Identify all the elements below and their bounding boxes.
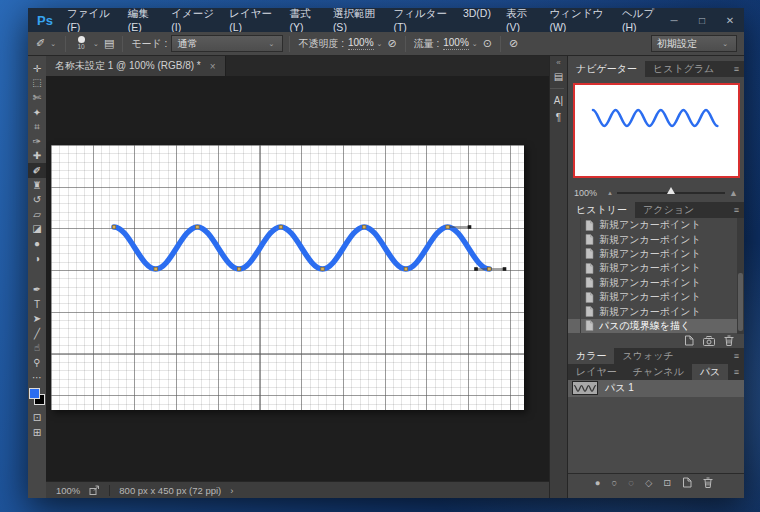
quick-mask-mode-button[interactable]: ⊡ [28, 410, 46, 425]
crop-tool[interactable]: ⌗ [28, 119, 46, 134]
expand-panels-icon[interactable]: « [556, 58, 560, 68]
menu-item[interactable]: イメージ(I) [171, 7, 214, 33]
minimize-button[interactable]: ─ [660, 8, 688, 32]
zoom-out-icon[interactable]: ▲ [607, 190, 613, 196]
dodge-tool[interactable]: ◑ [28, 251, 46, 266]
lasso-tool[interactable]: ✄ [28, 90, 46, 105]
line-tool[interactable]: ╱ [28, 326, 46, 341]
history-entry[interactable]: 新規アンカーポイント [568, 232, 744, 246]
new-path-icon[interactable] [682, 477, 692, 488]
history-source-cell[interactable] [568, 261, 581, 275]
new-snapshot-camera-icon[interactable] [703, 336, 715, 346]
menu-item[interactable]: 編集(E) [128, 7, 156, 33]
document-tab[interactable]: 名称未設定 1 @ 100% (RGB/8) * × [46, 56, 226, 76]
path-selection-tool[interactable]: ➤ [28, 312, 46, 327]
opacity-pressure-icon[interactable]: ⊘ [387, 37, 396, 50]
history-entry[interactable]: 新規アンカーポイント [568, 261, 744, 275]
mode-dropdown[interactable]: 通常 ⌄ [171, 35, 283, 52]
history-brush-tool[interactable]: ↺ [28, 192, 46, 207]
menu-item[interactable]: 表示(V) [506, 7, 534, 33]
stroke-path-icon[interactable]: ○ [612, 477, 618, 488]
panel-menu-icon[interactable]: ≡ [734, 205, 739, 215]
workspace-preset-dropdown[interactable]: 初期設定 ⌄ [651, 35, 737, 52]
pen-tool[interactable]: ✒ [28, 282, 46, 297]
history-entry[interactable]: 新規アンカーポイント [568, 304, 744, 318]
history-source-cell[interactable] [568, 290, 581, 304]
pen-path-wave[interactable] [51, 145, 524, 410]
history-entry[interactable]: 新規アンカーポイント [568, 276, 744, 290]
status-chevron-icon[interactable]: › [230, 485, 233, 496]
load-selection-icon[interactable]: ◌ [628, 477, 634, 488]
history-entry[interactable]: 新規アンカーポイント [568, 218, 744, 232]
healing-brush-tool[interactable]: ✚ [28, 149, 46, 164]
scrollbar-thumb[interactable] [738, 273, 743, 331]
add-mask-icon[interactable]: ⊡ [663, 477, 671, 488]
export-icon[interactable] [89, 485, 100, 496]
zoom-tool[interactable]: ⚲ [28, 355, 46, 370]
delete-trash-icon[interactable] [703, 477, 713, 488]
path-thumbnail[interactable] [572, 381, 598, 395]
maximize-button[interactable]: □ [688, 8, 716, 32]
fill-path-icon[interactable]: ● [595, 477, 601, 488]
character-panel-icon[interactable]: A| [550, 92, 568, 109]
make-work-path-icon[interactable]: ◇ [645, 477, 652, 488]
panel-menu-icon[interactable]: ≡ [734, 64, 739, 74]
delete-trash-icon[interactable] [724, 335, 734, 346]
brush-tool[interactable]: ✐ [28, 163, 46, 178]
panel-tab[interactable]: パス [692, 364, 728, 380]
tool-preset-icon[interactable]: ✐ [36, 37, 45, 50]
history-source-cell[interactable] [568, 232, 581, 246]
smoothing-pressure-icon[interactable]: ⊘ [509, 37, 518, 50]
canvas-area[interactable] [46, 76, 549, 481]
blur-tool[interactable]: ● [28, 236, 46, 251]
flow-value[interactable]: 100% [443, 37, 469, 50]
panel-tab[interactable]: アクション [635, 202, 702, 218]
history-entry[interactable]: パスの境界線を描く [568, 319, 744, 333]
tool-preset-caret-icon[interactable]: ⌄ [50, 40, 56, 48]
panel-menu-icon[interactable]: ≡ [734, 351, 739, 361]
brush-preset-picker[interactable]: 10 [72, 36, 90, 51]
panel-tab[interactable]: レイヤー [568, 364, 625, 380]
status-zoom-value[interactable]: 100% [56, 485, 80, 496]
new-document-from-state-icon[interactable] [684, 335, 694, 346]
opacity-caret-icon[interactable]: ⌄ [377, 40, 383, 48]
panel-tab[interactable]: カラー [568, 348, 614, 364]
history-source-cell[interactable] [568, 218, 581, 232]
history-source-cell[interactable] [568, 276, 581, 290]
menu-item[interactable]: ウィンドウ(W) [549, 7, 607, 33]
menu-item[interactable]: 3D(D) [463, 7, 491, 33]
clone-stamp-tool[interactable]: ♜ [28, 178, 46, 193]
libraries-panel-icon[interactable]: ▤ [550, 68, 568, 85]
canvas[interactable] [51, 145, 524, 410]
paragraph-panel-icon[interactable]: ¶ [550, 109, 568, 126]
more-tools[interactable]: ⋯ [28, 370, 46, 385]
panel-tab[interactable]: ヒストリー [568, 202, 635, 218]
brush-preset-caret-icon[interactable]: ⌄ [93, 40, 99, 48]
panel-tab[interactable]: ナビゲーター [568, 61, 645, 77]
marquee-tool[interactable]: ⬚ [28, 76, 46, 91]
eraser-tool[interactable]: ▱ [28, 207, 46, 222]
type-tool[interactable]: T [28, 297, 46, 312]
zoom-slider-thumb[interactable] [667, 187, 675, 194]
airbrush-icon[interactable]: ⊙ [483, 37, 492, 50]
eyedropper-tool[interactable]: ✑ [28, 134, 46, 149]
gradient-tool[interactable]: ◪ [28, 222, 46, 237]
panel-menu-icon[interactable]: ≡ [734, 367, 739, 377]
history-source-cell[interactable] [568, 319, 581, 333]
menu-item[interactable]: ファイル(F) [67, 7, 113, 33]
navigator-zoom-value[interactable]: 100% [574, 188, 597, 198]
panel-tab[interactable]: スウォッチ [614, 348, 681, 364]
flow-caret-icon[interactable]: ⌄ [472, 40, 478, 48]
zoom-in-icon[interactable]: ▲ [729, 188, 738, 198]
history-scrollbar[interactable] [737, 218, 744, 334]
navigator-thumbnail[interactable] [573, 83, 740, 178]
panel-tab[interactable]: チャンネル [625, 364, 692, 380]
brush-panel-toggle-icon[interactable]: ▤ [104, 37, 114, 50]
close-button[interactable]: ✕ [716, 8, 744, 32]
hand-tool[interactable]: ☝ [28, 341, 46, 356]
menu-item[interactable]: 書式(Y) [289, 7, 317, 33]
menu-item[interactable]: 選択範囲(S) [333, 7, 379, 33]
path-list-item[interactable]: パス 1 [568, 380, 744, 397]
menu-item[interactable]: フィルター(T) [393, 7, 447, 33]
tab-close-icon[interactable]: × [210, 61, 216, 72]
